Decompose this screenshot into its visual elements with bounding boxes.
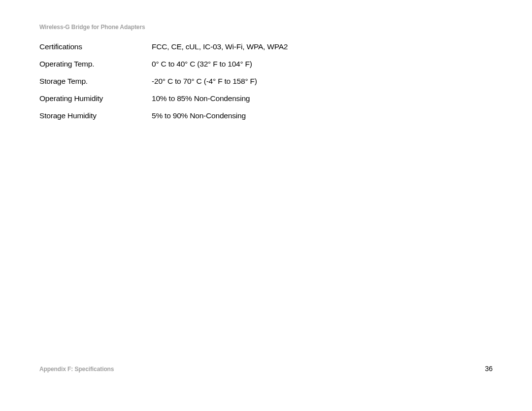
spec-label: Certifications	[39, 42, 152, 51]
spec-value: 5% to 90% Non-Condensing	[152, 111, 246, 120]
spec-value: FCC, CE, cUL, IC-03, Wi-Fi, WPA, WPA2	[152, 42, 288, 51]
spec-row-storage-humidity: Storage Humidity 5% to 90% Non-Condensin…	[39, 111, 493, 120]
spec-label: Storage Temp.	[39, 77, 152, 86]
document-footer: Appendix F: Specifications 36	[39, 365, 493, 373]
spec-label: Storage Humidity	[39, 111, 152, 120]
spec-row-certifications: Certifications FCC, CE, cUL, IC-03, Wi-F…	[39, 42, 493, 51]
spec-value: -20° C to 70° C (-4° F to 158° F)	[152, 77, 257, 86]
footer-appendix-label: Appendix F: Specifications	[39, 366, 114, 373]
spec-label: Operating Humidity	[39, 94, 152, 103]
spec-value: 10% to 85% Non-Condensing	[152, 94, 250, 103]
spec-row-operating-temp: Operating Temp. 0° C to 40° C (32° F to …	[39, 60, 493, 68]
spec-label: Operating Temp.	[39, 60, 152, 68]
document-header-title: Wireless-G Bridge for Phone Adapters	[39, 24, 493, 31]
spec-row-storage-temp: Storage Temp. -20° C to 70° C (-4° F to …	[39, 77, 493, 86]
spec-value: 0° C to 40° C (32° F to 104° F)	[152, 60, 252, 68]
document-page: Wireless-G Bridge for Phone Adapters Cer…	[0, 0, 532, 411]
spec-row-operating-humidity: Operating Humidity 10% to 85% Non-Conden…	[39, 94, 493, 103]
footer-page-number: 36	[485, 365, 493, 373]
specifications-table: Certifications FCC, CE, cUL, IC-03, Wi-F…	[39, 42, 493, 120]
